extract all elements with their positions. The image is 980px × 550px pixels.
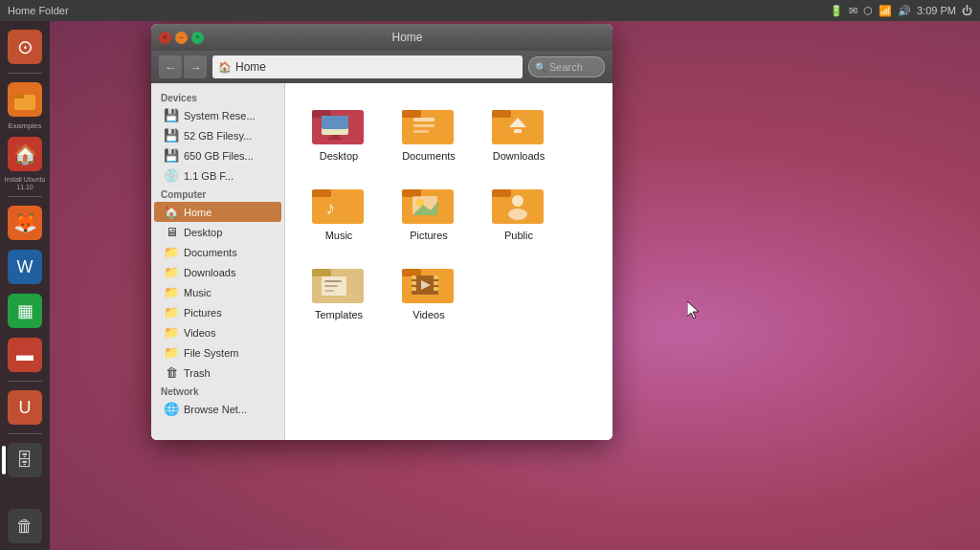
drive-icon: 💾 bbox=[164, 108, 179, 122]
volume-icon: 🔊 bbox=[898, 5, 911, 17]
install-ubuntu-label: Install Ubuntu 11.10 bbox=[1, 176, 49, 190]
ubuntu-button[interactable]: ⊙ bbox=[5, 27, 45, 67]
examples-launcher-item[interactable] bbox=[5, 79, 45, 120]
sidebar-item-trash[interactable]: 🗑 Trash bbox=[154, 363, 281, 383]
top-panel-right: 🔋 ✉ ⬡ 📶 🔊 3:09 PM ⏻ bbox=[830, 5, 972, 17]
sidebar-label-52gb: 52 GB Filesy... bbox=[184, 130, 252, 142]
sidebar-item-1gb[interactable]: 💿 1.1 GB F... bbox=[154, 165, 281, 186]
file-label-templates: Templates bbox=[315, 309, 363, 321]
desktop-icon-sidebar: 🖥 bbox=[164, 225, 179, 239]
templates-folder-icon bbox=[312, 259, 366, 305]
nav-buttons: ← → bbox=[159, 55, 207, 78]
svg-rect-5 bbox=[322, 116, 348, 129]
sidebar-label-650gb: 650 GB Files... bbox=[184, 150, 254, 162]
writer-launcher-item[interactable]: W bbox=[5, 247, 45, 287]
svg-text:♪: ♪ bbox=[325, 197, 335, 218]
sidebar-label-network: Browse Net... bbox=[184, 404, 247, 415]
file-item-downloads[interactable]: Downloads bbox=[477, 95, 561, 168]
window-title-text: Home Folder bbox=[8, 5, 69, 16]
svg-rect-7 bbox=[327, 138, 343, 140]
svg-rect-43 bbox=[434, 287, 438, 291]
forward-button[interactable]: → bbox=[184, 55, 207, 78]
file-item-videos[interactable]: Videos bbox=[387, 253, 471, 327]
file-item-templates[interactable]: Templates bbox=[297, 253, 381, 327]
search-icon: 🔍 bbox=[535, 62, 546, 73]
svg-rect-26 bbox=[492, 189, 511, 197]
sidebar-item-home[interactable]: 🏠 Home bbox=[154, 202, 281, 222]
sidebar-item-desktop[interactable]: 🖥 Desktop bbox=[154, 222, 281, 242]
content-area: Devices 💾 System Rese... 💾 52 GB Filesy.… bbox=[151, 83, 612, 440]
maximize-button[interactable]: + bbox=[191, 32, 204, 44]
file-item-music[interactable]: ♪ Music bbox=[297, 174, 381, 248]
svg-rect-39 bbox=[412, 281, 416, 285]
svg-rect-21 bbox=[402, 189, 421, 197]
file-label-desktop: Desktop bbox=[320, 150, 358, 163]
calc-launcher-item[interactable]: ▦ bbox=[5, 291, 45, 331]
svg-rect-41 bbox=[434, 275, 438, 279]
files-launcher-item[interactable]: 🗄 bbox=[5, 440, 45, 480]
svg-rect-10 bbox=[413, 118, 434, 121]
sidebar-item-52gb[interactable]: 💾 52 GB Filesy... bbox=[154, 125, 281, 145]
sidebar-item-pictures[interactable]: 📁 Pictures bbox=[154, 302, 281, 322]
file-label-pictures: Pictures bbox=[410, 230, 448, 242]
svg-rect-33 bbox=[324, 285, 338, 287]
sidebar-item-650gb[interactable]: 💾 650 GB Files... bbox=[154, 145, 281, 165]
install-ubuntu-launcher-item[interactable]: 🏠 bbox=[5, 134, 45, 174]
file-label-music: Music bbox=[325, 230, 353, 242]
sidebar-item-videos[interactable]: 📁 Videos bbox=[154, 322, 281, 342]
music-icon-sidebar: 📁 bbox=[164, 285, 179, 299]
sidebar-item-documents[interactable]: 📁 Documents bbox=[154, 242, 281, 262]
sidebar-label-system-reserved: System Rese... bbox=[184, 110, 256, 121]
sidebar-item-network[interactable]: 🌐 Browse Net... bbox=[154, 399, 281, 419]
file-label-documents: Documents bbox=[402, 150, 456, 163]
file-item-documents[interactable]: Documents bbox=[387, 95, 471, 168]
svg-rect-42 bbox=[434, 281, 438, 285]
svg-rect-32 bbox=[324, 280, 342, 282]
sidebar: Devices 💾 System Rese... 💾 52 GB Filesy.… bbox=[151, 83, 285, 440]
svg-rect-9 bbox=[402, 110, 421, 118]
close-button[interactable]: × bbox=[159, 32, 171, 44]
software-centre-launcher-item[interactable]: U bbox=[5, 387, 45, 428]
sidebar-item-filesystem[interactable]: 📁 File System bbox=[154, 342, 281, 363]
pictures-icon-sidebar: 📁 bbox=[164, 305, 179, 319]
trash-launcher-item[interactable]: 🗑 bbox=[5, 506, 45, 546]
svg-point-27 bbox=[512, 195, 523, 207]
svg-rect-34 bbox=[324, 290, 334, 292]
home-icon-sidebar: 🏠 bbox=[164, 205, 179, 219]
minimize-button[interactable]: − bbox=[175, 32, 188, 44]
location-home-icon: 🏠 bbox=[218, 61, 232, 74]
back-button[interactable]: ← bbox=[159, 55, 182, 78]
titlebar-buttons: × − + bbox=[159, 32, 204, 44]
launcher-divider-1 bbox=[8, 73, 42, 74]
videos-icon-sidebar: 📁 bbox=[164, 325, 179, 340]
sidebar-item-downloads[interactable]: 📁 Downloads bbox=[154, 262, 281, 282]
svg-rect-30 bbox=[312, 269, 331, 276]
videos-folder-icon bbox=[402, 259, 456, 305]
svg-rect-16 bbox=[514, 129, 522, 133]
trash-icon-sidebar: 🗑 bbox=[164, 365, 179, 380]
sidebar-item-system-reserved[interactable]: 💾 System Rese... bbox=[154, 105, 281, 125]
drive-icon-650gb: 💾 bbox=[164, 148, 179, 163]
file-item-public[interactable]: Public bbox=[477, 174, 561, 248]
sidebar-item-music[interactable]: 📁 Music bbox=[154, 282, 281, 302]
firefox-launcher-item[interactable]: 🦊 bbox=[5, 203, 45, 243]
sidebar-label-filesystem: File System bbox=[184, 347, 238, 359]
wifi-icon: 📶 bbox=[879, 5, 892, 17]
svg-rect-6 bbox=[331, 135, 339, 138]
search-box[interactable]: 🔍 Search bbox=[528, 56, 605, 77]
file-label-downloads: Downloads bbox=[493, 150, 545, 163]
svg-rect-12 bbox=[413, 130, 429, 133]
bluetooth-icon: ⬡ bbox=[863, 5, 873, 17]
network-header: Network bbox=[151, 383, 284, 399]
impress-launcher-item[interactable]: ▬ bbox=[5, 335, 45, 375]
music-folder-icon: ♪ bbox=[312, 180, 366, 226]
downloads-icon-sidebar: 📁 bbox=[164, 265, 179, 279]
file-item-pictures[interactable]: Pictures bbox=[387, 174, 471, 248]
devices-header: Devices bbox=[151, 89, 284, 105]
location-bar[interactable]: 🏠 Home bbox=[212, 55, 523, 78]
launcher-divider-4 bbox=[8, 433, 42, 434]
sidebar-label-home: Home bbox=[184, 207, 212, 218]
sidebar-label-pictures: Pictures bbox=[184, 307, 222, 319]
file-item-desktop[interactable]: Desktop bbox=[297, 95, 381, 168]
file-manager-window: × − + Home ← → 🏠 Home 🔍 Search Devices 💾… bbox=[151, 24, 612, 440]
